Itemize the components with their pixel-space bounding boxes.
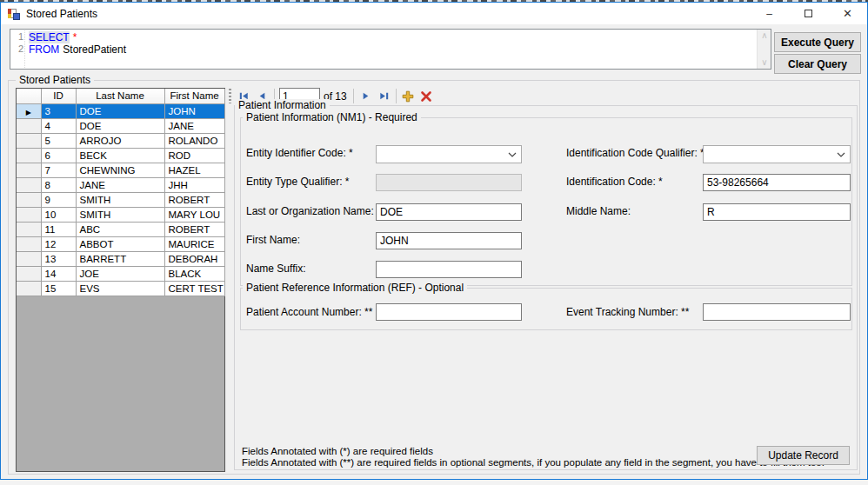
table-row[interactable]: 6BECKROD	[17, 148, 224, 163]
row-selector-cell[interactable]	[17, 281, 41, 296]
table-row[interactable]: 7CHEWNINGHAZEL	[17, 163, 224, 177]
table-row[interactable]: ▶3DOEJOHN	[17, 103, 224, 118]
table-row[interactable]: 9SMITHROBERT	[17, 192, 224, 207]
stored-patients-group-label: Stored Patients	[16, 74, 94, 86]
row-selector-cell[interactable]	[17, 118, 41, 133]
grid-cell[interactable]: CHEWNING	[76, 163, 164, 177]
grid-cell[interactable]: HAZEL	[164, 163, 224, 177]
row-selector-cell[interactable]	[17, 192, 41, 207]
grid-cell[interactable]: JANE	[164, 118, 224, 133]
grid-cell[interactable]: 4	[41, 118, 76, 133]
sql-token: *	[73, 31, 77, 43]
grid-cell[interactable]: 5	[41, 133, 76, 148]
grid-cell[interactable]: EVS	[76, 281, 164, 296]
identification-code-field[interactable]	[703, 174, 851, 191]
grid-cell[interactable]: 14	[41, 266, 76, 281]
table-row[interactable]: 5ARROJOROLANDO	[17, 133, 224, 148]
row-selector-cell[interactable]	[17, 148, 41, 163]
table-row[interactable]: 10SMITHMARY LOU	[17, 207, 224, 222]
grid-cell[interactable]: 7	[41, 163, 76, 177]
table-row[interactable]: 11ABCROBERT	[17, 222, 224, 236]
grid-cell[interactable]: BARRETT	[76, 251, 164, 266]
grid-cell[interactable]: CERT TEST	[164, 281, 224, 296]
patients-data-grid[interactable]: ID Last Name First Name ▶3DOEJOHN4DOEJAN…	[16, 88, 225, 472]
close-button[interactable]: ✕	[828, 3, 867, 24]
add-new-record-button[interactable]	[399, 87, 417, 105]
delete-record-button[interactable]	[417, 87, 436, 105]
table-row[interactable]: 13BARRETTDEBORAH	[17, 251, 224, 266]
entity-identifier-code-combobox[interactable]	[376, 145, 522, 163]
row-selector-cell[interactable]	[17, 266, 41, 281]
clear-query-button[interactable]: Clear Query	[774, 54, 861, 74]
chevron-down-icon	[837, 152, 845, 157]
grid-cell[interactable]: MARY LOU	[164, 207, 224, 222]
grid-cell[interactable]: JOE	[76, 266, 164, 281]
grid-cell[interactable]: ABBOT	[76, 236, 164, 251]
column-header-first-name[interactable]: First Name	[164, 89, 224, 103]
scroll-down-icon[interactable]: ∨	[758, 56, 771, 69]
grid-cell[interactable]: JHH	[164, 177, 224, 192]
scroll-up-icon[interactable]: ∧	[758, 30, 771, 42]
row-selector-cell[interactable]	[17, 222, 41, 236]
grid-cell[interactable]: 10	[41, 207, 76, 222]
table-row[interactable]: 12ABBOTMAURICE	[17, 236, 224, 251]
grid-cell[interactable]: ARROJO	[76, 133, 164, 148]
event-tracking-number-field[interactable]	[703, 303, 851, 321]
grid-cell[interactable]: 11	[41, 222, 76, 236]
column-header-last-name[interactable]: Last Name	[76, 89, 164, 103]
execute-query-button[interactable]: Execute Query	[774, 32, 861, 52]
grid-cell[interactable]: 12	[41, 236, 76, 251]
toolbar-gripper[interactable]	[229, 89, 231, 103]
row-selector-cell[interactable]	[17, 177, 41, 192]
grid-cell[interactable]: JANE	[76, 177, 164, 192]
patient-account-number-field[interactable]	[376, 303, 522, 321]
row-selector-cell[interactable]: ▶	[17, 103, 41, 118]
row-selector-cell[interactable]	[17, 236, 41, 251]
move-next-button[interactable]	[357, 87, 375, 105]
first-name-label: First Name:	[246, 234, 300, 246]
table-row[interactable]: 15EVSCERT TEST	[17, 281, 224, 296]
column-header-id[interactable]: ID	[41, 89, 76, 103]
grid-cell[interactable]: DEBORAH	[164, 251, 224, 266]
identification-code-qualifier-combobox[interactable]	[703, 145, 851, 163]
move-last-button[interactable]	[375, 87, 393, 105]
row-selector-cell[interactable]	[17, 251, 41, 266]
table-row[interactable]: 4DOEJANE	[17, 118, 224, 133]
row-selector-cell[interactable]	[17, 207, 41, 222]
grid-cell[interactable]: SMITH	[76, 192, 164, 207]
identification-code-qualifier-label: Identification Code Qualifier: *	[566, 147, 704, 159]
grid-cell[interactable]: DOE	[76, 103, 164, 118]
grid-cell[interactable]: MAURICE	[164, 236, 224, 251]
grid-cell[interactable]: DOE	[76, 118, 164, 133]
grid-cell[interactable]: ROBERT	[164, 222, 224, 236]
grid-cell[interactable]: ABC	[76, 222, 164, 236]
grid-cell[interactable]: ROLANDO	[164, 133, 224, 148]
minimize-button[interactable]: –	[750, 3, 789, 24]
sql-query-editor[interactable]: 1 2 SELECT* FROMStoredPatient ∧ ∨	[10, 29, 771, 70]
row-selector-cell[interactable]	[17, 133, 41, 148]
grid-cell[interactable]: 15	[41, 281, 76, 296]
grid-cell[interactable]: 6	[41, 148, 76, 163]
grid-cell[interactable]: 13	[41, 251, 76, 266]
grid-cell[interactable]: ROBERT	[164, 192, 224, 207]
grid-cell[interactable]: 8	[41, 177, 76, 192]
query-scrollbar[interactable]: ∧ ∨	[757, 30, 771, 69]
grid-cell[interactable]: BLACK	[164, 266, 224, 281]
table-row[interactable]: 14JOEBLACK	[17, 266, 224, 281]
last-org-name-field[interactable]	[376, 203, 522, 221]
update-record-button[interactable]: Update Record	[757, 446, 850, 465]
grid-cell[interactable]: BECK	[76, 148, 164, 163]
row-selector-cell[interactable]	[17, 163, 41, 177]
patient-information-group-label: Patient Information	[235, 99, 330, 111]
grid-cell[interactable]: ROD	[164, 148, 224, 163]
maximize-button[interactable]	[789, 3, 828, 24]
grid-cell[interactable]: 3	[41, 103, 76, 118]
first-name-field[interactable]	[376, 232, 522, 249]
row-selector-header[interactable]	[17, 89, 41, 103]
grid-cell[interactable]: JOHN	[164, 103, 224, 118]
middle-name-field[interactable]	[703, 203, 851, 221]
grid-cell[interactable]: SMITH	[76, 207, 164, 222]
grid-cell[interactable]: 9	[41, 192, 76, 207]
table-row[interactable]: 8JANEJHH	[17, 177, 224, 192]
name-suffix-field[interactable]	[376, 261, 522, 278]
